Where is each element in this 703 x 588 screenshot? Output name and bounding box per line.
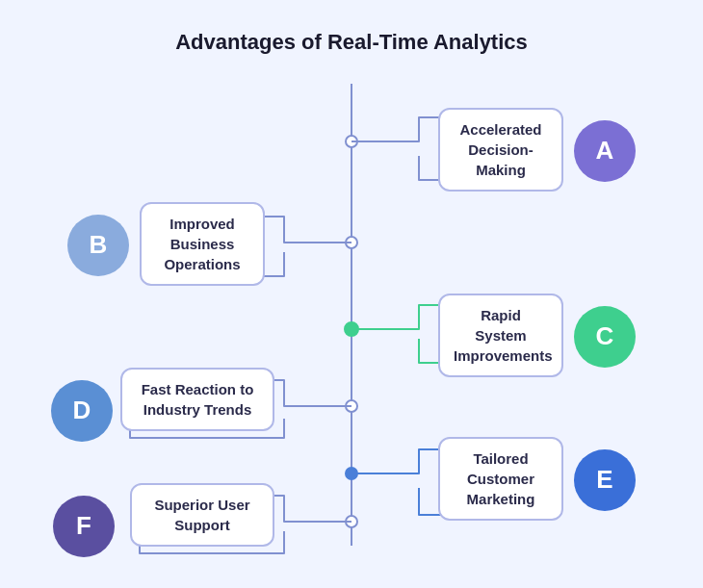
- item-box-b: ImprovedBusinessOperations: [140, 202, 265, 286]
- circle-d: D: [51, 380, 113, 442]
- item-box-c: Rapid SystemImprovements: [438, 294, 563, 377]
- circle-f: F: [53, 496, 115, 557]
- item-box-e: TailoredCustomerMarketing: [438, 437, 563, 521]
- item-box-d: Fast Reaction toIndustry Trends: [120, 368, 274, 431]
- diagram: AcceleratedDecision-Making A ImprovedBus…: [14, 74, 689, 555]
- circle-e: E: [574, 449, 636, 511]
- main-container: Advantages of Real-Time Analytics: [14, 20, 689, 569]
- item-box-f: Superior UserSupport: [130, 483, 274, 547]
- circle-c: C: [574, 306, 636, 368]
- circle-a: A: [574, 120, 636, 182]
- circle-b: B: [67, 215, 129, 276]
- item-box-a: AcceleratedDecision-Making: [438, 108, 563, 192]
- page-title: Advantages of Real-Time Analytics: [14, 20, 689, 55]
